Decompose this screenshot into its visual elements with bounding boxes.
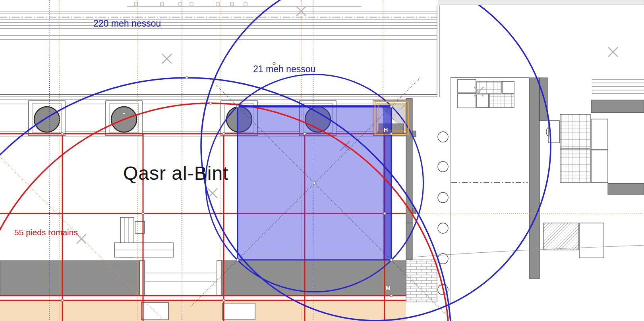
point-label-m[interactable]: M <box>386 285 391 291</box>
cella-rear-walls <box>0 261 406 296</box>
dimension-label-55-pieds-romains: 55 pieds romains <box>14 228 78 236</box>
point-label-h[interactable]: H <box>384 127 388 133</box>
entablature-lines <box>0 3 439 97</box>
cella-interior-stair <box>114 217 173 257</box>
stone-masonry <box>406 260 437 302</box>
site-name-label: Qasr al-Bint <box>123 164 228 183</box>
dimension-label-21-meh-nessou: 21 meh nessou <box>253 65 315 74</box>
dimension-label-220-meh-nessou: 220 meh nessou <box>93 19 161 28</box>
horizontal-scrollbar[interactable] <box>439 0 644 5</box>
plan-and-overlay-drawing <box>0 0 644 321</box>
geometry-canvas[interactable]: 220 meh nessou 21 meh nessou Qasr al-Bin… <box>0 0 644 321</box>
column-2 <box>106 101 142 136</box>
room-cluster-top <box>458 79 514 108</box>
street-colonnade-dots <box>438 132 448 295</box>
